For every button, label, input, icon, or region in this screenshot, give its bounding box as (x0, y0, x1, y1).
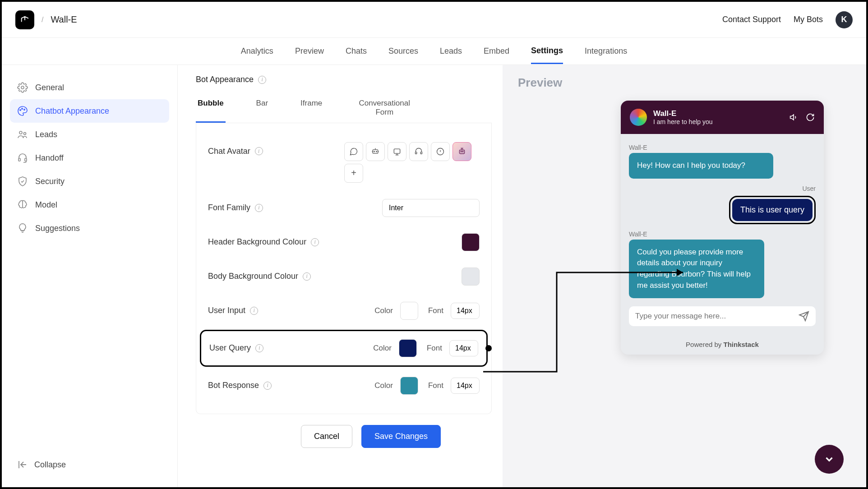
tab-analytics[interactable]: Analytics (241, 39, 273, 63)
tab-settings[interactable]: Settings (531, 39, 563, 64)
svg-point-2 (22, 108, 23, 109)
avatar-option-1[interactable] (344, 142, 363, 161)
user-avatar[interactable]: K (836, 11, 853, 28)
my-bots-link[interactable]: My Bots (794, 15, 823, 24)
svg-rect-8 (373, 150, 378, 153)
user-input-label: User Input (208, 306, 245, 315)
bot-name: Wall-E (51, 14, 77, 25)
user-query-color-swatch[interactable] (399, 339, 417, 357)
chat-footer: Powered by Thinkstack (621, 334, 824, 355)
font-label: Font (428, 306, 443, 315)
svg-point-3 (24, 109, 25, 110)
user-query-font-input[interactable] (449, 340, 478, 356)
tab-leads[interactable]: Leads (440, 39, 462, 63)
info-icon[interactable]: i (263, 382, 272, 390)
sidebar-item-leads[interactable]: Leads (10, 123, 169, 146)
app-logo[interactable] (15, 10, 34, 29)
tab-preview[interactable]: Preview (295, 39, 324, 63)
info-icon[interactable]: i (303, 272, 311, 281)
color-label: Color (374, 381, 393, 390)
svg-point-10 (376, 151, 377, 152)
refresh-icon[interactable] (806, 113, 815, 122)
bot-response-font-input[interactable] (451, 378, 480, 394)
tab-sources[interactable]: Sources (388, 39, 418, 63)
bot-response-color-swatch[interactable] (400, 377, 418, 395)
header-bg-color-swatch[interactable] (462, 233, 480, 251)
subtab-bar[interactable]: Bar (254, 93, 270, 123)
preview-panel: Preview Wall-E I am here to help you Wal… (503, 65, 866, 487)
header-bg-label: Header Background Colour (208, 237, 306, 247)
body-bg-color-swatch[interactable] (462, 268, 480, 286)
user-input-color-swatch[interactable] (400, 302, 418, 320)
font-family-input[interactable] (382, 199, 480, 217)
info-icon[interactable]: i (255, 147, 263, 155)
font-label: Font (427, 344, 442, 353)
msg-author-user: User (629, 185, 816, 192)
svg-point-4 (19, 131, 22, 134)
sidebar-label-model: Model (35, 200, 57, 210)
sidebar: General Chatbot Appearance Leads Handoff… (2, 65, 178, 487)
brain-icon (17, 199, 28, 210)
sidebar-item-model[interactable]: Model (10, 193, 169, 217)
sidebar-item-general[interactable]: General (10, 76, 169, 99)
svg-point-5 (24, 133, 26, 135)
svg-rect-7 (25, 158, 27, 161)
sidebar-label-handoff: Handoff (35, 153, 64, 163)
chat-bot-status: I am here to help you (653, 118, 713, 125)
chat-widget: Wall-E I am here to help you Wall-E Hey!… (621, 101, 824, 355)
info-icon[interactable]: i (250, 307, 258, 315)
collapse-label: Collapse (34, 460, 66, 470)
sidebar-label-leads: Leads (35, 130, 57, 139)
svg-point-1 (20, 110, 21, 111)
save-button[interactable]: Save Changes (361, 425, 441, 448)
subtab-conversational-form[interactable]: Conversational Form (353, 93, 416, 123)
body-bg-label: Body Background Colour (208, 272, 298, 281)
preview-title: Preview (518, 76, 851, 90)
msg-author-bot: Wall-E (629, 144, 816, 151)
tab-embed[interactable]: Embed (484, 39, 509, 63)
info-icon[interactable]: i (258, 76, 266, 84)
chat-fab-button[interactable] (815, 445, 844, 474)
cancel-button[interactable]: Cancel (301, 425, 352, 448)
headset-icon (17, 152, 28, 163)
sidebar-item-suggestions[interactable]: Suggestions (10, 217, 169, 240)
avatar-option-selected[interactable] (452, 142, 471, 161)
collapse-sidebar-button[interactable]: Collapse (10, 453, 169, 476)
powered-by-prefix: Powered by (686, 341, 723, 348)
tab-chats[interactable]: Chats (346, 39, 367, 63)
sidebar-item-chatbot-appearance[interactable]: Chatbot Appearance (10, 99, 169, 123)
font-family-label: Font Family (208, 203, 250, 212)
svg-rect-6 (18, 158, 20, 161)
topbar: / Wall-E Contact Support My Bots K (2, 2, 866, 38)
avatar-option-5[interactable] (431, 142, 450, 161)
info-icon[interactable]: i (255, 344, 263, 352)
font-label: Font (428, 381, 443, 390)
chat-message-input[interactable] (635, 312, 799, 321)
palette-icon (17, 106, 28, 116)
info-icon[interactable]: i (311, 238, 319, 246)
tab-integrations[interactable]: Integrations (585, 39, 627, 63)
svg-point-0 (21, 86, 24, 89)
settings-main: Bot Appearance i Bubble Bar Iframe Conve… (178, 65, 503, 487)
chat-header: Wall-E I am here to help you (621, 101, 824, 134)
svg-rect-15 (460, 150, 465, 153)
subtab-bubble[interactable]: Bubble (196, 93, 226, 123)
sidebar-label-security: Security (35, 177, 65, 186)
contact-support-link[interactable]: Contact Support (722, 15, 781, 24)
section-title: Bot Appearance (196, 75, 254, 84)
sidebar-label-appearance: Chatbot Appearance (35, 106, 109, 116)
send-icon[interactable] (799, 311, 809, 322)
avatar-option-4[interactable] (409, 142, 428, 161)
avatar-add-button[interactable]: + (344, 164, 363, 183)
user-input-font-input[interactable] (451, 303, 480, 319)
color-label: Color (373, 344, 392, 353)
avatar-option-2[interactable] (366, 142, 385, 161)
avatar-option-3[interactable] (388, 142, 406, 161)
subtab-iframe[interactable]: Iframe (299, 93, 324, 123)
sound-icon[interactable] (790, 113, 799, 122)
sidebar-item-security[interactable]: Security (10, 170, 169, 193)
sidebar-item-handoff[interactable]: Handoff (10, 146, 169, 170)
shield-icon (17, 176, 28, 187)
collapse-icon (17, 459, 28, 470)
info-icon[interactable]: i (255, 204, 263, 212)
